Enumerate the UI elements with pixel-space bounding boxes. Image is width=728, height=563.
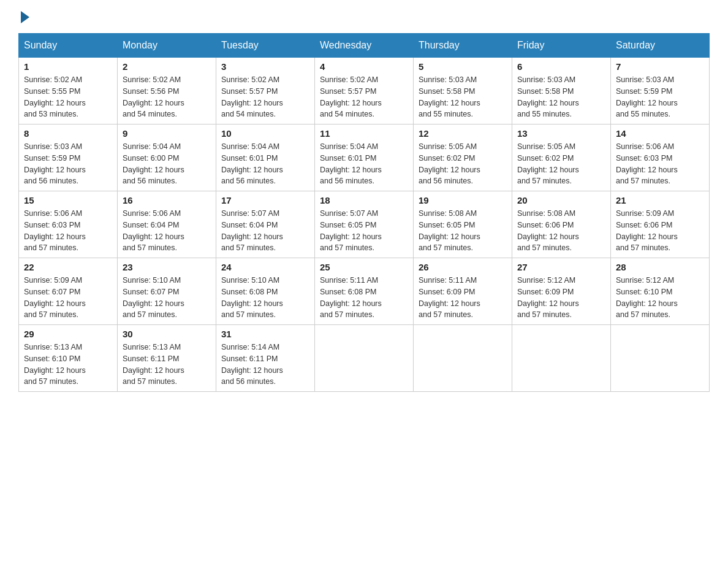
day-cell-23: 23 Sunrise: 5:10 AM Sunset: 6:07 PM Dayl… xyxy=(118,258,216,325)
day-cell-29: 29 Sunrise: 5:13 AM Sunset: 6:10 PM Dayl… xyxy=(19,325,118,392)
day-cell-25: 25 Sunrise: 5:11 AM Sunset: 6:08 PM Dayl… xyxy=(315,258,414,325)
week-row-2: 8 Sunrise: 5:03 AM Sunset: 5:59 PM Dayli… xyxy=(19,124,710,191)
day-cell-7: 7 Sunrise: 5:03 AM Sunset: 5:59 PM Dayli… xyxy=(611,58,710,124)
day-info: Sunrise: 5:13 AM Sunset: 6:11 PM Dayligh… xyxy=(123,342,211,388)
day-info: Sunrise: 5:06 AM Sunset: 6:03 PM Dayligh… xyxy=(24,208,112,254)
day-number: 13 xyxy=(517,128,605,139)
day-number: 3 xyxy=(221,61,309,72)
day-number: 18 xyxy=(320,195,408,205)
day-info: Sunrise: 5:03 AM Sunset: 5:59 PM Dayligh… xyxy=(24,141,112,187)
day-number: 14 xyxy=(616,128,704,139)
day-number: 11 xyxy=(320,128,408,139)
day-info: Sunrise: 5:11 AM Sunset: 6:09 PM Dayligh… xyxy=(419,275,507,321)
day-number: 12 xyxy=(419,128,507,139)
day-header-monday: Monday xyxy=(118,34,216,58)
day-cell-17: 17 Sunrise: 5:07 AM Sunset: 6:04 PM Dayl… xyxy=(216,191,315,258)
day-cell-4: 4 Sunrise: 5:02 AM Sunset: 5:57 PM Dayli… xyxy=(315,58,414,124)
day-number: 23 xyxy=(123,262,211,272)
day-number: 4 xyxy=(320,61,408,72)
day-cell-30: 30 Sunrise: 5:13 AM Sunset: 6:11 PM Dayl… xyxy=(118,325,216,392)
day-cell-19: 19 Sunrise: 5:08 AM Sunset: 6:05 PM Dayl… xyxy=(414,191,512,258)
week-row-3: 15 Sunrise: 5:06 AM Sunset: 6:03 PM Dayl… xyxy=(19,191,710,258)
day-cell-6: 6 Sunrise: 5:03 AM Sunset: 5:58 PM Dayli… xyxy=(512,58,611,124)
page-header xyxy=(18,12,710,21)
day-cell-9: 9 Sunrise: 5:04 AM Sunset: 6:00 PM Dayli… xyxy=(118,124,216,191)
day-number: 24 xyxy=(221,262,309,272)
calendar-header-row: SundayMondayTuesdayWednesdayThursdayFrid… xyxy=(19,34,710,58)
day-number: 16 xyxy=(123,195,211,205)
day-cell-28: 28 Sunrise: 5:12 AM Sunset: 6:10 PM Dayl… xyxy=(611,258,710,325)
empty-cell xyxy=(611,325,710,392)
day-number: 30 xyxy=(123,329,211,339)
day-info: Sunrise: 5:11 AM Sunset: 6:08 PM Dayligh… xyxy=(320,275,408,321)
day-number: 7 xyxy=(616,61,704,72)
day-number: 1 xyxy=(24,61,112,72)
day-info: Sunrise: 5:07 AM Sunset: 6:05 PM Dayligh… xyxy=(320,208,408,254)
day-cell-14: 14 Sunrise: 5:06 AM Sunset: 6:03 PM Dayl… xyxy=(611,124,710,191)
day-header-friday: Friday xyxy=(512,34,611,58)
day-number: 8 xyxy=(24,128,112,139)
day-cell-22: 22 Sunrise: 5:09 AM Sunset: 6:07 PM Dayl… xyxy=(19,258,118,325)
week-row-5: 29 Sunrise: 5:13 AM Sunset: 6:10 PM Dayl… xyxy=(19,325,710,392)
day-info: Sunrise: 5:08 AM Sunset: 6:05 PM Dayligh… xyxy=(419,208,507,254)
day-info: Sunrise: 5:04 AM Sunset: 6:01 PM Dayligh… xyxy=(221,141,309,187)
day-info: Sunrise: 5:09 AM Sunset: 6:07 PM Dayligh… xyxy=(24,275,112,321)
day-info: Sunrise: 5:06 AM Sunset: 6:04 PM Dayligh… xyxy=(123,208,211,254)
day-info: Sunrise: 5:07 AM Sunset: 6:04 PM Dayligh… xyxy=(221,208,309,254)
empty-cell xyxy=(512,325,611,392)
day-cell-27: 27 Sunrise: 5:12 AM Sunset: 6:09 PM Dayl… xyxy=(512,258,611,325)
day-info: Sunrise: 5:08 AM Sunset: 6:06 PM Dayligh… xyxy=(517,208,605,254)
day-cell-5: 5 Sunrise: 5:03 AM Sunset: 5:58 PM Dayli… xyxy=(414,58,512,124)
day-cell-15: 15 Sunrise: 5:06 AM Sunset: 6:03 PM Dayl… xyxy=(19,191,118,258)
day-info: Sunrise: 5:04 AM Sunset: 6:00 PM Dayligh… xyxy=(123,141,211,187)
day-header-wednesday: Wednesday xyxy=(315,34,414,58)
day-cell-24: 24 Sunrise: 5:10 AM Sunset: 6:08 PM Dayl… xyxy=(216,258,315,325)
day-number: 26 xyxy=(419,262,507,272)
day-number: 22 xyxy=(24,262,112,272)
day-number: 20 xyxy=(517,195,605,205)
week-row-4: 22 Sunrise: 5:09 AM Sunset: 6:07 PM Dayl… xyxy=(19,258,710,325)
day-number: 15 xyxy=(24,195,112,205)
day-header-tuesday: Tuesday xyxy=(216,34,315,58)
day-number: 31 xyxy=(221,329,309,339)
day-info: Sunrise: 5:02 AM Sunset: 5:57 PM Dayligh… xyxy=(221,74,309,120)
day-info: Sunrise: 5:04 AM Sunset: 6:01 PM Dayligh… xyxy=(320,141,408,187)
day-info: Sunrise: 5:10 AM Sunset: 6:08 PM Dayligh… xyxy=(221,275,309,321)
day-number: 2 xyxy=(123,61,211,72)
day-number: 5 xyxy=(419,61,507,72)
day-cell-8: 8 Sunrise: 5:03 AM Sunset: 5:59 PM Dayli… xyxy=(19,124,118,191)
day-info: Sunrise: 5:13 AM Sunset: 6:10 PM Dayligh… xyxy=(24,342,112,388)
day-header-thursday: Thursday xyxy=(414,34,512,58)
day-number: 9 xyxy=(123,128,211,139)
day-info: Sunrise: 5:10 AM Sunset: 6:07 PM Dayligh… xyxy=(123,275,211,321)
day-number: 21 xyxy=(616,195,704,205)
day-info: Sunrise: 5:12 AM Sunset: 6:09 PM Dayligh… xyxy=(517,275,605,321)
empty-cell xyxy=(315,325,414,392)
day-number: 10 xyxy=(221,128,309,139)
day-info: Sunrise: 5:06 AM Sunset: 6:03 PM Dayligh… xyxy=(616,141,704,187)
logo-arrow-icon xyxy=(21,11,29,23)
day-cell-3: 3 Sunrise: 5:02 AM Sunset: 5:57 PM Dayli… xyxy=(216,58,315,124)
logo xyxy=(18,12,32,21)
day-cell-13: 13 Sunrise: 5:05 AM Sunset: 6:02 PM Dayl… xyxy=(512,124,611,191)
day-cell-12: 12 Sunrise: 5:05 AM Sunset: 6:02 PM Dayl… xyxy=(414,124,512,191)
week-row-1: 1 Sunrise: 5:02 AM Sunset: 5:55 PM Dayli… xyxy=(19,58,710,124)
day-info: Sunrise: 5:02 AM Sunset: 5:57 PM Dayligh… xyxy=(320,74,408,120)
day-cell-16: 16 Sunrise: 5:06 AM Sunset: 6:04 PM Dayl… xyxy=(118,191,216,258)
day-number: 25 xyxy=(320,262,408,272)
day-header-sunday: Sunday xyxy=(19,34,118,58)
calendar-table: SundayMondayTuesdayWednesdayThursdayFrid… xyxy=(18,33,710,392)
day-cell-11: 11 Sunrise: 5:04 AM Sunset: 6:01 PM Dayl… xyxy=(315,124,414,191)
day-cell-18: 18 Sunrise: 5:07 AM Sunset: 6:05 PM Dayl… xyxy=(315,191,414,258)
day-info: Sunrise: 5:05 AM Sunset: 6:02 PM Dayligh… xyxy=(419,141,507,187)
day-header-saturday: Saturday xyxy=(611,34,710,58)
day-cell-1: 1 Sunrise: 5:02 AM Sunset: 5:55 PM Dayli… xyxy=(19,58,118,124)
day-info: Sunrise: 5:02 AM Sunset: 5:55 PM Dayligh… xyxy=(24,74,112,120)
day-info: Sunrise: 5:05 AM Sunset: 6:02 PM Dayligh… xyxy=(517,141,605,187)
day-info: Sunrise: 5:03 AM Sunset: 5:58 PM Dayligh… xyxy=(419,74,507,120)
day-info: Sunrise: 5:09 AM Sunset: 6:06 PM Dayligh… xyxy=(616,208,704,254)
day-cell-20: 20 Sunrise: 5:08 AM Sunset: 6:06 PM Dayl… xyxy=(512,191,611,258)
day-number: 17 xyxy=(221,195,309,205)
day-number: 28 xyxy=(616,262,704,272)
day-cell-2: 2 Sunrise: 5:02 AM Sunset: 5:56 PM Dayli… xyxy=(118,58,216,124)
